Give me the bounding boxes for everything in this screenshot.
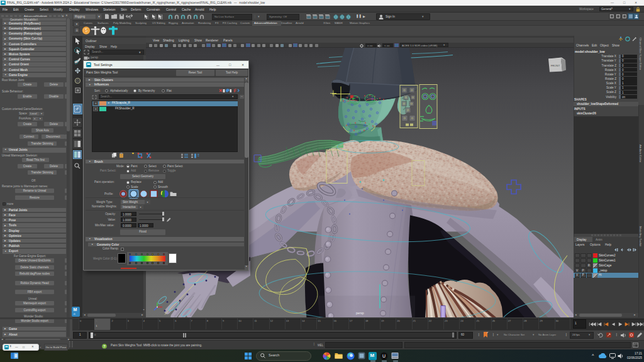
- svg-text:FRONT: FRONT: [551, 63, 560, 67]
- svg-text:5: 5: [85, 27, 88, 33]
- svg-text:U: U: [382, 354, 386, 358]
- svg-text:persp: persp: [356, 310, 364, 314]
